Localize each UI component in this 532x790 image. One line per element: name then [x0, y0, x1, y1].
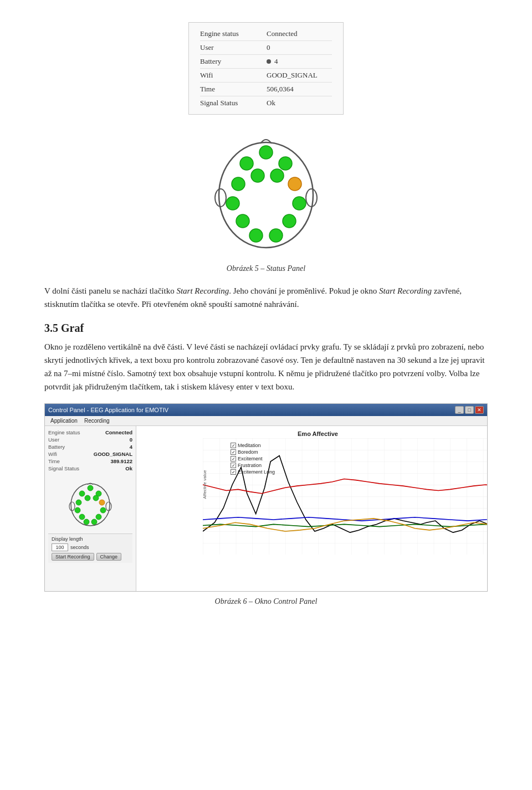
head-diagram-svg — [205, 126, 327, 259]
lp-row-time: Time 389.9122 — [48, 458, 132, 464]
svg-point-20 — [79, 491, 85, 496]
start-recording-button[interactable]: Start Recording — [52, 553, 94, 561]
menu-recording[interactable]: Recording — [81, 418, 113, 424]
caption-5: Obrázek 5 – Status Panel — [44, 264, 488, 273]
chart-svg: 1 0.95 0.9 0.85 0.8 0.75 0.7 0.65 0.6 0.… — [203, 438, 488, 555]
display-length-input[interactable]: 100 — [52, 543, 68, 551]
signal-status-value: Ok — [267, 99, 275, 107]
svg-point-8 — [270, 169, 284, 182]
svg-point-27 — [100, 507, 106, 513]
minimize-button[interactable]: _ — [455, 406, 464, 414]
panel-body: Engine status Connected User 0 Battery 4… — [45, 426, 487, 591]
svg-point-6 — [232, 177, 245, 191]
svg-point-7 — [251, 169, 264, 182]
lp-wifi-value: GOOD_SIGNAL — [94, 451, 132, 457]
y-axis-label: Affective value — [202, 470, 207, 499]
svg-point-1 — [215, 189, 226, 207]
svg-point-31 — [91, 519, 97, 525]
engine-status-label: Engine status — [200, 29, 267, 38]
maximize-button[interactable]: □ — [465, 406, 474, 414]
window-titlebar: Control Panel - EEG Application for EMOT… — [45, 404, 487, 416]
status-row-signal: Signal Status Ok — [200, 96, 332, 110]
window-title: Control Panel - EEG Application for EMOT… — [48, 407, 455, 413]
close-button[interactable]: ✕ — [475, 406, 484, 414]
svg-point-14 — [249, 229, 263, 242]
caption-6: Obrázek 6 – Okno Control Panel — [44, 597, 488, 606]
time-value: 506,0364 — [267, 85, 294, 94]
svg-point-26 — [75, 507, 80, 513]
svg-point-17 — [69, 502, 75, 511]
svg-point-30 — [84, 519, 89, 525]
menu-application[interactable]: Application — [47, 418, 81, 424]
signal-status-label: Signal Status — [200, 99, 267, 107]
bottom-controls: Display length 100 seconds Start Recordi… — [48, 533, 132, 563]
svg-point-9 — [288, 177, 301, 191]
status-row-time: Time 506,0364 — [200, 83, 332, 96]
lp-row-battery: Battery 4 — [48, 444, 132, 450]
status-row-user: User 0 — [200, 41, 332, 55]
svg-point-22 — [76, 500, 81, 505]
display-length-label: Display length — [52, 536, 83, 542]
svg-point-24 — [93, 495, 99, 501]
svg-point-4 — [240, 157, 253, 170]
control-panel-wrap: Control Panel - EEG Application for EMOT… — [44, 403, 488, 592]
small-head-svg — [65, 476, 115, 531]
lp-engine-label: Engine status — [48, 429, 80, 435]
seconds-label: seconds — [70, 545, 89, 550]
chart-area: Emo Affective ✓ Meditation ✓ Boredom ✓ — [136, 426, 487, 591]
svg-point-25 — [99, 500, 105, 505]
svg-point-5 — [279, 157, 292, 170]
lp-row-signal: Signal Status Ok — [48, 465, 132, 471]
lp-row-engine: Engine status Connected — [48, 429, 132, 435]
lp-user-label: User — [48, 437, 59, 443]
section-heading-3-5: 3.5 Graf — [44, 322, 488, 335]
window-menubar: Application Recording — [45, 416, 487, 426]
status-row-engine: Engine status Connected — [200, 27, 332, 41]
svg-point-12 — [236, 214, 249, 228]
display-length-row: Display length — [52, 536, 129, 542]
svg-rect-32 — [203, 438, 488, 555]
lp-battery-label: Battery — [48, 444, 65, 450]
status-table-section: Engine status Connected User 0 Battery 4… — [44, 22, 488, 115]
display-length-input-row: 100 seconds — [52, 543, 129, 551]
left-panel: Engine status Connected User 0 Battery 4… — [45, 426, 136, 591]
lp-row-wifi: Wifi GOOD_SIGNAL — [48, 451, 132, 457]
lp-time-value: 389.9122 — [110, 458, 132, 464]
engine-status-value: Connected — [267, 29, 298, 38]
change-button[interactable]: Change — [96, 553, 122, 561]
lp-wifi-label: Wifi — [48, 451, 57, 457]
user-label: User — [200, 43, 267, 52]
svg-point-19 — [88, 485, 93, 491]
battery-dot-icon — [267, 59, 271, 64]
wifi-value: GOOD_SIGNAL — [267, 71, 318, 80]
svg-point-18 — [106, 502, 111, 511]
svg-point-13 — [283, 214, 296, 228]
paragraph-2: Okno je rozděleno vertikálně na dvě část… — [44, 340, 488, 393]
svg-point-3 — [259, 146, 273, 159]
battery-value: 4 — [267, 57, 278, 66]
svg-point-11 — [293, 197, 306, 210]
lp-engine-value: Connected — [105, 429, 132, 435]
svg-point-28 — [79, 514, 85, 520]
svg-point-29 — [96, 514, 101, 520]
lp-row-user: User 0 — [48, 437, 132, 443]
lp-signal-label: Signal Status — [48, 465, 79, 471]
chart-container: Affective value 1 0.95 — [203, 438, 488, 555]
time-label: Time — [200, 85, 267, 94]
lp-time-label: Time — [48, 458, 60, 464]
page: Engine status Connected User 0 Battery 4… — [0, 0, 532, 639]
lp-battery-value: 4 — [130, 444, 132, 450]
control-panel-screenshot: Control Panel - EEG Application for EMOT… — [44, 403, 488, 592]
status-row-wifi: Wifi GOOD_SIGNAL — [200, 69, 332, 83]
wifi-label: Wifi — [200, 71, 267, 80]
window-controls: _ □ ✕ — [455, 406, 484, 414]
lp-user-value: 0 — [130, 437, 132, 443]
lp-signal-value: Ok — [125, 465, 132, 471]
head-diagram-section — [44, 126, 488, 259]
svg-point-10 — [226, 197, 239, 210]
status-row-battery: Battery 4 — [200, 55, 332, 69]
battery-label: Battery — [200, 57, 267, 66]
user-value: 0 — [267, 43, 270, 52]
svg-point-23 — [85, 495, 90, 501]
svg-point-15 — [269, 229, 283, 242]
